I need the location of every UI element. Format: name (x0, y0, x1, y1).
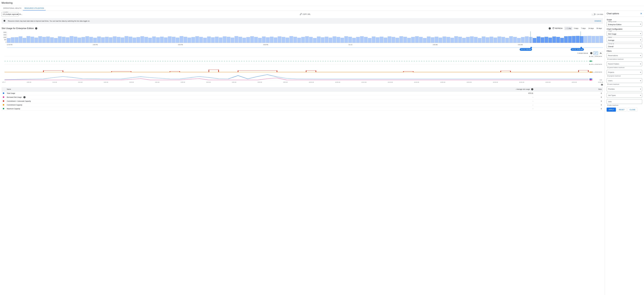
tab-resource-utilization[interactable]: RESOURCE UTILIZATION (23, 6, 46, 11)
close-icon[interactable]: ✕ (640, 12, 642, 15)
link-icon (300, 13, 302, 16)
config-heading: Chart Configuration (606, 28, 642, 30)
caret-down-icon: ▾ (640, 94, 641, 96)
apply-button[interactable]: APPLY (606, 108, 616, 112)
reservations-filter[interactable]: Reservations ▾ (606, 53, 642, 58)
caret-down-icon: ▾ (640, 23, 641, 25)
range-1day[interactable]: ✓ 1 day (564, 27, 572, 30)
range-14days[interactable]: 14 days (587, 27, 595, 30)
help-icon[interactable]: ? (24, 96, 26, 98)
location-value: US (multiple regions in Un... (3, 13, 22, 15)
help-icon[interactable]: ? (549, 27, 551, 30)
svg-rect-18 (589, 80, 593, 81)
metric-select[interactable]: Metric Average ▾ (606, 38, 642, 42)
help-icon[interactable]: ? (531, 88, 533, 90)
table-row[interactable]: Commitment + Autoscale Capacity-0 (2, 99, 603, 103)
info-icon (4, 20, 6, 22)
range-30days[interactable]: 30 days (595, 27, 603, 30)
caret-down-icon: ▾ (640, 39, 641, 41)
overview-bars (7, 32, 603, 43)
jobs-hint: 10 jobs maximum (607, 104, 642, 106)
detail-toolbar: 1 minute interval ? (2, 51, 603, 55)
overview-y-ticks: 2000 1500 1000 500 0 (2, 32, 7, 43)
dismiss-button[interactable]: DISMISS (594, 20, 601, 22)
svg-rect-1 (4, 21, 4, 21)
refresh-icon (552, 27, 554, 30)
scope-heading: Scope (606, 19, 642, 21)
caret-down-icon: ▾ (640, 55, 641, 57)
range-3days[interactable]: 3 days (572, 27, 580, 30)
caret-down-icon: ▾ (640, 63, 641, 65)
job-types-filter[interactable]: Job Types ▾ (606, 93, 642, 98)
selection-rail[interactable]: Oct 15, 8:58 AM Oct 15, 10:58 AM (7, 47, 603, 48)
overview-chart[interactable]: 2000 1500 1000 500 0 12:00 PM 3:00 PM 6:… (2, 32, 603, 46)
range-7days[interactable]: 7 days (580, 27, 587, 30)
location-select[interactable]: Location US (multiple regions in Un... ▾ (2, 12, 18, 16)
table-row[interactable]: Borrowed Slot Usage ?-0 (2, 95, 603, 99)
close-button[interactable]: CLOSE (628, 108, 637, 112)
copy-url-label: COPY URL (303, 13, 311, 15)
sort-down-icon: ↓ (515, 88, 516, 90)
caret-down-icon: ▾ (640, 80, 641, 82)
help-icon[interactable]: ? (35, 27, 37, 30)
time-range-group: ✓ 1 day 3 days 7 days 14 days 30 days (564, 27, 603, 30)
slot-usage-header: Slot Usage for Enterprise Edition ? ? RE… (2, 27, 603, 30)
panel-title: Chart options (606, 13, 619, 15)
selection-end-line (580, 32, 581, 43)
billing-model-select[interactable]: Billing model Enterprise Edition ▾ (606, 22, 642, 27)
refresh-button[interactable]: REFRESH (552, 27, 562, 30)
filters-heading: Filters (606, 50, 642, 52)
copy-url-button[interactable]: COPY URL (300, 13, 311, 16)
svg-rect-14 (589, 61, 593, 62)
svg-rect-17 (589, 78, 593, 80)
col-name[interactable]: Name (6, 87, 304, 92)
reset-button[interactable]: RESET (617, 108, 626, 112)
svg-rect-4 (600, 52, 601, 54)
chart-type-bar-button[interactable] (599, 51, 603, 55)
columns-icon[interactable] (601, 84, 603, 86)
selection-pill-start: Oct 15, 8:58 AM (520, 48, 532, 51)
legend-table: Name ↓ Average slot usage ? Slots Total … (2, 87, 603, 111)
selection-start-line (530, 32, 531, 43)
svg-rect-2 (4, 20, 4, 21)
col-slots[interactable]: Slots (534, 87, 603, 92)
svg-text:10,000: 10,000 (588, 64, 602, 65)
refresh-label: REFRESH (555, 28, 562, 29)
help-icon[interactable]: ? (590, 52, 592, 54)
svg-rect-5 (601, 53, 602, 54)
info-banner: Resource charts may load stale data to i… (2, 18, 603, 24)
parent-folders-hint: 10 parent folders maximum (607, 67, 642, 68)
chart-select[interactable]: Chart Slot Usage ▾ (606, 31, 642, 36)
reservations-hint: 10 reservations maximum (607, 58, 642, 60)
groupby-select[interactable]: Group by Overall ▾ (606, 44, 642, 49)
tab-operational-health[interactable]: OPERATIONAL HEALTH (2, 6, 23, 11)
caret-down-icon: ▾ (17, 13, 18, 15)
live-data-label: Live data (597, 13, 603, 15)
users-filter[interactable]: Users ▾ (606, 78, 642, 83)
table-row[interactable]: Maximum Capacity-0 (2, 107, 603, 111)
svg-rect-3 (600, 53, 600, 54)
parent-folders-filter[interactable]: Parent Folders ▾ (606, 62, 642, 66)
jobs-filter[interactable]: Jobs (606, 99, 642, 104)
line-chart-icon (594, 52, 597, 54)
location-label: Location (2, 11, 9, 13)
table-row[interactable]: Total Usage673.310 (2, 92, 603, 95)
svg-text:15,000: 15,000 (588, 56, 602, 57)
svg-rect-21 (602, 84, 603, 86)
section-title: Slot Usage for Enterprise Edition (2, 27, 34, 30)
projects-filter[interactable]: Projects ▾ (606, 70, 642, 75)
tabs: OPERATIONAL HEALTH RESOURCE UTILIZATION (0, 6, 644, 11)
caret-down-icon: ▾ (640, 45, 641, 47)
svg-text:0: 0 (600, 79, 602, 81)
priorities-filter[interactable]: Priorities ▾ (606, 87, 642, 91)
info-banner-text: Resource charts may load stale data to i… (8, 20, 594, 22)
table-row[interactable]: Commitment Capacity-0 (2, 103, 603, 107)
chart-type-line-button[interactable] (594, 51, 598, 55)
caret-down-icon: ▾ (640, 88, 641, 90)
bar-chart-icon (600, 52, 602, 54)
detail-x-ticks: UTC-79:05 AM9:10 AM9:15 AM9:20 AM9:25 AM… (2, 81, 603, 83)
live-data-toggle[interactable]: – (592, 13, 596, 15)
col-avg[interactable]: ↓ Average slot usage ? (304, 87, 534, 92)
detail-chart[interactable]: 15,00010,0005,0000 (2, 56, 603, 81)
main-content: Location US (multiple regions in Un... ▾… (0, 11, 605, 295)
